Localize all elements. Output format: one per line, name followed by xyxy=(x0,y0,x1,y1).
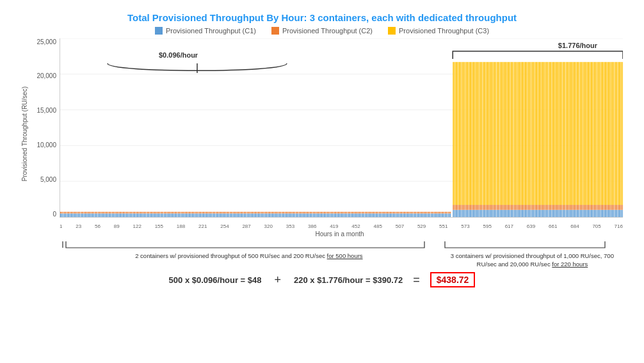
y-tick-20000: 20,000 xyxy=(36,72,56,79)
svg-rect-14 xyxy=(453,205,623,210)
y-tick-25000: 25,000 xyxy=(36,38,56,45)
legend-c3: Provisioned Throughput (C3) xyxy=(388,27,489,35)
legend-label-c3: Provisioned Throughput (C3) xyxy=(399,27,489,35)
total-box: $438.72 xyxy=(430,272,476,287)
phase2-annotation-text: 3 containers w/ provisioned throughput o… xyxy=(442,252,623,269)
svg-rect-11 xyxy=(60,213,451,217)
phase2-brace-bottom xyxy=(442,239,623,250)
svg-rect-12 xyxy=(60,211,451,213)
phase1-annotation: 2 containers w/ provisioned throughput o… xyxy=(56,239,442,269)
legend-c1: Provisioned Throughput (C1) xyxy=(155,27,256,35)
chart-area: Provisioned Throughput (RU/sec) 0 5,000 … xyxy=(21,38,623,230)
legend-swatch-c3 xyxy=(388,27,396,35)
formula-1: 500 x $0.096/hour = $48 xyxy=(169,275,262,285)
svg-rect-13 xyxy=(453,209,623,216)
title-prefix: Total Provisioned Throughput By Hour: xyxy=(127,12,310,23)
phase1-brace-bottom xyxy=(56,239,442,250)
y-tick-10000: 10,000 xyxy=(36,141,56,149)
y-tick-5000: 5,000 xyxy=(40,176,56,183)
phase1-annotation-text: 2 containers w/ provisioned throughput o… xyxy=(56,252,442,260)
price-label-phase2: $1.776/hour xyxy=(558,42,597,49)
phase2-annotation: 3 containers w/ provisioned throughput o… xyxy=(442,239,623,269)
formula-2: 220 x $1.776/hour = $390.72 xyxy=(294,275,403,285)
legend-swatch-c2 xyxy=(271,27,279,35)
y-axis: 0 5,000 10,000 15,000 20,000 25,000 xyxy=(31,38,60,218)
chart-legend: Provisioned Throughput (C1) Provisioned … xyxy=(21,27,623,35)
legend-swatch-c1 xyxy=(155,27,163,35)
x-axis-label: Hours in a month xyxy=(315,230,364,238)
formula-row: 500 x $0.096/hour = $48 + 220 x $1.776/h… xyxy=(21,272,623,287)
formula-plus: + xyxy=(275,273,282,287)
equals-sign: = xyxy=(413,273,420,287)
chart-title: Total Provisioned Throughput By Hour: 3 … xyxy=(21,12,623,23)
bracket-row: 2 containers w/ provisioned throughput o… xyxy=(21,239,623,269)
y-axis-label: Provisioned Throughput (RU/sec) xyxy=(21,86,28,181)
x-axis-labels: 1 23 56 89 122 155 188 221 254 287 320 3… xyxy=(60,223,623,229)
title-highlight: 3 containers, each with dedicated throug… xyxy=(310,12,517,23)
legend-label-c2: Provisioned Throughput (C2) xyxy=(282,27,373,35)
price-callout-phase2: $1.776/hour xyxy=(558,42,597,49)
phase1-brace-svg xyxy=(101,60,293,79)
y-tick-0: 0 xyxy=(52,211,56,218)
svg-rect-15 xyxy=(453,61,623,204)
price-callout-phase1: $0.096/hour xyxy=(159,51,198,59)
chart-container: Total Provisioned Throughput By Hour: 3 … xyxy=(8,6,636,358)
price-label-phase1: $0.096/hour xyxy=(159,51,198,59)
x-axis-title: Hours in a month xyxy=(56,230,623,238)
y-tick-15000: 15,000 xyxy=(36,107,56,114)
legend-c2: Provisioned Throughput (C2) xyxy=(271,27,373,35)
chart-inner: 0 5,000 10,000 15,000 20,000 25,000 xyxy=(31,38,623,230)
legend-label-c1: Provisioned Throughput (C1) xyxy=(166,27,256,35)
